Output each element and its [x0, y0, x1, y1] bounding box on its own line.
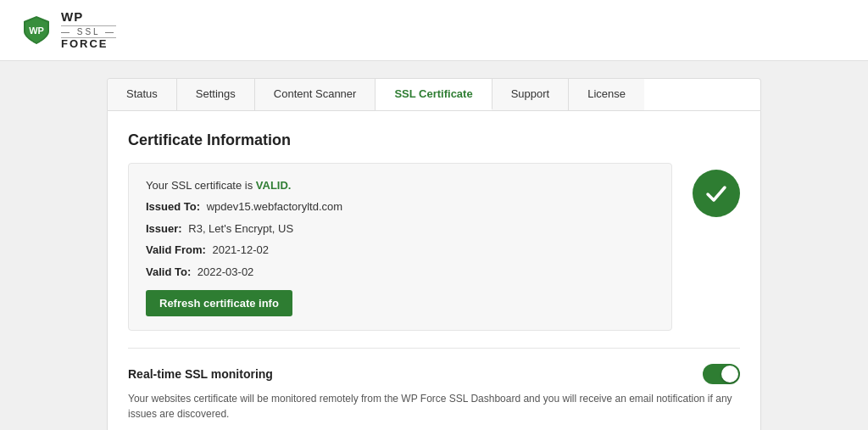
issuer-value: R3, Let's Encrypt, US [188, 222, 293, 235]
toggle-thumb [721, 366, 738, 383]
cert-info-box: Your SSL certificate is VALID. Issued To… [128, 163, 672, 332]
issuer-label: Issuer: [146, 222, 182, 235]
issued-to-line: Issued To: wpdev15.webfactoryltd.com [146, 198, 654, 215]
validity-text: Your SSL certificate is [146, 179, 256, 192]
valid-to-value: 2022-03-02 [198, 265, 254, 278]
valid-from-value: 2021-12-02 [212, 243, 269, 256]
logo-text: WP — SSL — FORCE [61, 10, 116, 50]
header: WP WP — SSL — FORCE [0, 0, 868, 61]
valid-from-line: Valid From: 2021-12-02 [146, 242, 654, 259]
checkmark-svg [703, 180, 730, 207]
monitoring-section: Real-time SSL monitoring Your websites c… [128, 364, 740, 430]
issued-to-value: wpdev15.webfactoryltd.com [207, 200, 342, 213]
logo-wp-label: WP [61, 10, 116, 25]
valid-from-label: Valid From: [146, 243, 206, 256]
valid-to-line: Valid To: 2022-03-02 [146, 264, 654, 281]
main-content: Status Settings Content Scanner SSL Cert… [86, 61, 782, 430]
checkmark-container [693, 163, 740, 217]
valid-checkmark-icon [693, 170, 740, 217]
certificate-section: Your SSL certificate is VALID. Issued To… [128, 163, 740, 332]
panel: Certificate Information Your SSL certifi… [107, 110, 761, 430]
validity-status: VALID. [256, 179, 292, 192]
monitoring-description: Your websites certificate will be monito… [128, 391, 740, 422]
tab-license[interactable]: License [569, 79, 644, 110]
monitoring-label: Real-time SSL monitoring [128, 367, 273, 381]
valid-to-label: Valid To: [146, 265, 191, 278]
svg-text:WP: WP [29, 25, 44, 36]
logo-icon: WP [20, 14, 53, 46]
tab-ssl-certificate[interactable]: SSL Certificate [376, 79, 492, 110]
refresh-certificate-button[interactable]: Refresh certificate info [146, 290, 292, 316]
issued-to-label: Issued To: [146, 200, 200, 213]
toggle-track[interactable] [703, 364, 740, 384]
tabs: Status Settings Content Scanner SSL Cert… [107, 78, 761, 110]
tab-support[interactable]: Support [492, 79, 570, 110]
tab-content-scanner[interactable]: Content Scanner [255, 79, 376, 110]
validity-line: Your SSL certificate is VALID. [146, 177, 654, 194]
logo-force-label: FORCE [61, 38, 116, 50]
section-divider [128, 348, 740, 349]
issuer-line: Issuer: R3, Let's Encrypt, US [146, 221, 654, 237]
monitoring-header: Real-time SSL monitoring [128, 364, 740, 384]
tab-settings[interactable]: Settings [177, 79, 255, 110]
logo: WP WP — SSL — FORCE [20, 10, 116, 50]
logo-ssl-label: — SSL — [61, 25, 116, 38]
tab-status[interactable]: Status [108, 79, 177, 110]
monitoring-toggle[interactable] [703, 364, 740, 384]
panel-title: Certificate Information [128, 131, 740, 149]
